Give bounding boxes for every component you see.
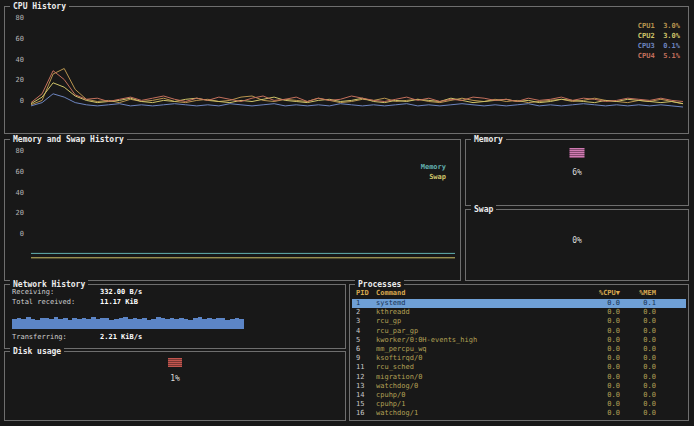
process-row[interactable]: 9ksoftirqd/00.00.0 xyxy=(352,354,686,363)
process-cell: watchdog/1 xyxy=(376,409,580,418)
y-axis-tick: 20 xyxy=(16,210,24,217)
process-cell: ksoftirqd/0 xyxy=(376,354,580,363)
process-cell: 0.0 xyxy=(580,400,620,409)
swap-gauge-title: Swap xyxy=(471,205,496,214)
process-cell: mm_percpu_wq xyxy=(376,345,580,354)
process-cell: 12 xyxy=(356,373,376,382)
system-monitor-dashboard: CPU History 806040200 CPU1 3.0%CPU2 3.0%… xyxy=(0,0,694,426)
process-row[interactable]: 5kworker/0:0H-events_high0.00.0 xyxy=(352,336,686,345)
process-cell: 0.0 xyxy=(580,345,620,354)
process-cell: 0.0 xyxy=(580,327,620,336)
receiving-value: 332.00 B/s xyxy=(100,288,142,296)
column-cpu[interactable]: %CPU▼ xyxy=(580,289,620,298)
process-table-body: 1systemd0.00.12kthreadd0.00.03rcu_gp0.00… xyxy=(352,299,686,419)
column-command[interactable]: Command xyxy=(376,289,580,298)
memory-swap-history-chart xyxy=(31,144,455,262)
network-bar xyxy=(239,319,244,329)
process-cell: 0.0 xyxy=(620,363,656,372)
total-received-value: 11.17 KiB xyxy=(100,298,138,306)
y-axis-tick: 0 xyxy=(20,231,24,238)
process-row[interactable]: 4rcu_par_gp0.00.0 xyxy=(352,327,686,336)
process-cell: rcu_par_gp xyxy=(376,327,580,336)
column-mem[interactable]: %MEM xyxy=(620,289,656,298)
memory-swap-history-panel: Memory and Swap History 806040200 Memory… xyxy=(4,139,461,281)
transferring-value: 2.21 KiB/s xyxy=(100,333,142,341)
process-row[interactable]: 3rcu_gp0.00.0 xyxy=(352,317,686,326)
legend-item: CPU4 5.1% xyxy=(638,51,680,61)
process-cell: rcu_gp xyxy=(376,317,580,326)
process-cell: 0.0 xyxy=(620,373,656,382)
process-cell: 0.0 xyxy=(620,354,656,363)
memory-gauge-title: Memory xyxy=(471,135,506,144)
process-row[interactable]: 16watchdog/10.00.0 xyxy=(352,409,686,418)
process-cell: kworker/0:0H-events_high xyxy=(376,336,580,345)
process-row[interactable]: 1systemd0.00.1 xyxy=(352,299,686,308)
process-cell: 0.0 xyxy=(620,327,656,336)
process-cell: 0.0 xyxy=(580,317,620,326)
process-cell: 14 xyxy=(356,391,376,400)
process-row[interactable]: 6mm_percpu_wq0.00.0 xyxy=(352,345,686,354)
process-cell: 2 xyxy=(356,308,376,317)
swap-gauge-panel: Swap 0% xyxy=(465,209,689,281)
process-row[interactable]: 2kthreadd0.00.0 xyxy=(352,308,686,317)
transferring-row: Transferring: 2.21 KiB/s xyxy=(12,333,142,341)
disk-meter xyxy=(168,358,182,367)
y-axis-tick: 0 xyxy=(20,98,24,105)
process-row[interactable]: 12migration/00.00.0 xyxy=(352,373,686,382)
process-cell: 1 xyxy=(356,299,376,308)
memory-meter xyxy=(570,148,585,158)
process-cell: 15 xyxy=(356,400,376,409)
disk-percent: 1% xyxy=(5,374,345,383)
cpu-history-title: CPU History xyxy=(10,2,69,11)
memory-swap-history-title: Memory and Swap History xyxy=(10,135,127,144)
y-axis-tick: 20 xyxy=(16,77,24,84)
process-row[interactable]: 13watchdog/00.00.0 xyxy=(352,382,686,391)
process-cell: 16 xyxy=(356,409,376,418)
process-cell: 0.0 xyxy=(580,373,620,382)
y-axis-tick: 80 xyxy=(16,148,24,155)
disk-usage-title: Disk usage xyxy=(10,347,64,356)
process-cell: kthreadd xyxy=(376,308,580,317)
y-axis-tick: 40 xyxy=(16,57,24,64)
process-cell: migration/0 xyxy=(376,373,580,382)
process-cell: cpuhp/1 xyxy=(376,400,580,409)
cpu-history-chart xyxy=(31,11,683,117)
transferring-label: Transferring: xyxy=(12,333,100,341)
process-cell: 0.0 xyxy=(580,299,620,308)
processes-title: Processes xyxy=(355,280,404,289)
process-cell: 0.0 xyxy=(620,345,656,354)
process-cell: 0.0 xyxy=(580,354,620,363)
process-cell: cpuhp/0 xyxy=(376,391,580,400)
receiving-row: Receiving: 332.00 B/s xyxy=(12,288,142,296)
process-row[interactable]: 14cpuhp/00.00.0 xyxy=(352,391,686,400)
process-cell: 0.0 xyxy=(580,409,620,418)
process-cell: 5 xyxy=(356,336,376,345)
legend-item: CPU2 3.0% xyxy=(638,31,680,41)
legend-item: CPU1 3.0% xyxy=(638,21,680,31)
process-cell: 0.0 xyxy=(580,308,620,317)
process-row[interactable]: 11rcu_sched0.00.0 xyxy=(352,363,686,372)
process-cell: 13 xyxy=(356,382,376,391)
y-axis-tick: 60 xyxy=(16,169,24,176)
y-axis-tick: 80 xyxy=(16,15,24,22)
process-table-header: PID Command %CPU▼ %MEM xyxy=(352,289,686,298)
legend-item: Memory xyxy=(421,162,446,172)
memory-gauge-panel: Memory 6% xyxy=(465,139,689,206)
y-axis-tick: 60 xyxy=(16,36,24,43)
process-row[interactable]: 15cpuhp/10.00.0 xyxy=(352,400,686,409)
swap-percent: 0% xyxy=(466,236,688,245)
process-cell: 0.0 xyxy=(620,317,656,326)
process-cell: 0.0 xyxy=(620,391,656,400)
process-cell: 0.0 xyxy=(580,382,620,391)
memory-percent: 6% xyxy=(466,168,688,177)
y-axis-tick: 40 xyxy=(16,190,24,197)
process-cell: 6 xyxy=(356,345,376,354)
cpu-legend: CPU1 3.0%CPU2 3.0%CPU3 0.1%CPU4 5.1% xyxy=(638,21,680,61)
process-cell: systemd xyxy=(376,299,580,308)
process-cell: 0.0 xyxy=(580,391,620,400)
process-cell: 0.0 xyxy=(620,336,656,345)
cpu-y-axis: 806040200 xyxy=(8,15,24,105)
column-pid[interactable]: PID xyxy=(356,289,376,298)
memory-y-axis: 806040200 xyxy=(8,148,24,238)
cpu-history-panel: CPU History 806040200 CPU1 3.0%CPU2 3.0%… xyxy=(4,6,689,134)
